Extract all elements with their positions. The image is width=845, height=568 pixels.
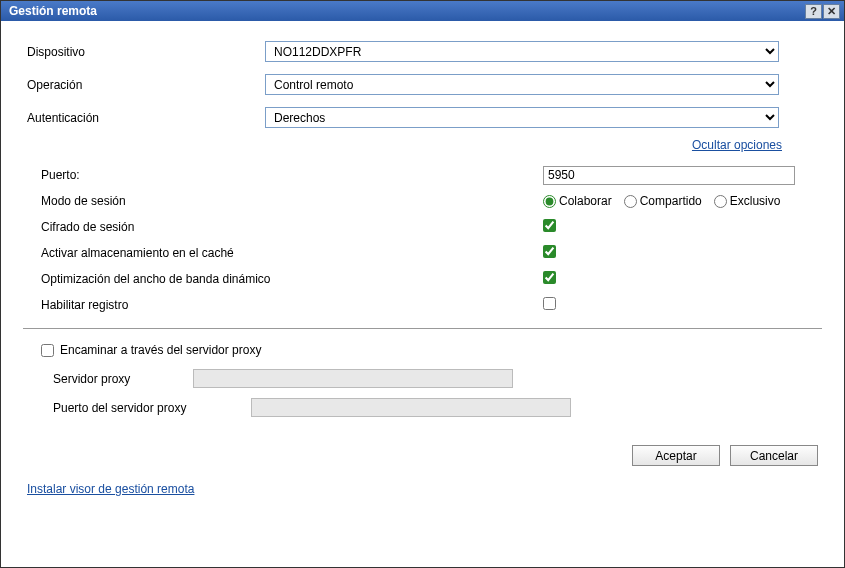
proxy-port-label: Puerto del servidor proxy: [53, 401, 251, 415]
radio-shared-label: Compartido: [640, 194, 702, 208]
proxy-server-label: Servidor proxy: [53, 372, 193, 386]
install-viewer-link[interactable]: Instalar visor de gestión remota: [27, 482, 194, 496]
session-encryption-checkbox[interactable]: [543, 219, 556, 232]
session-encryption-row: Cifrado de sesión: [23, 214, 822, 240]
port-label: Puerto:: [23, 168, 543, 182]
dialog-window: Gestión remota ? ✕ Dispositivo NO112DDXP…: [0, 0, 845, 568]
footer-buttons: Aceptar Cancelar: [23, 445, 822, 466]
separator: [23, 328, 822, 329]
accept-button[interactable]: Aceptar: [632, 445, 720, 466]
proxy-server-input: [193, 369, 513, 388]
auth-label: Autenticación: [23, 111, 265, 125]
session-mode-label: Modo de sesión: [23, 194, 543, 208]
proxy-route-row: Encaminar a través del servidor proxy: [23, 343, 822, 357]
enable-caching-row: Activar almacenamiento en el caché: [23, 240, 822, 266]
install-link-row: Instalar visor de gestión remota: [23, 482, 822, 496]
radio-collaborate-item[interactable]: Colaborar: [543, 194, 612, 208]
titlebar: Gestión remota ? ✕: [1, 1, 844, 21]
proxy-route-checkbox[interactable]: [41, 344, 54, 357]
dynamic-bw-label: Optimización del ancho de banda dinámico: [23, 272, 543, 286]
device-label: Dispositivo: [23, 45, 265, 59]
window-title: Gestión remota: [9, 4, 97, 18]
enable-logging-checkbox[interactable]: [543, 297, 556, 310]
radio-collaborate[interactable]: [543, 195, 556, 208]
proxy-port-input: [251, 398, 571, 417]
dialog-content: Dispositivo NO112DDXPFR Operación Contro…: [1, 21, 844, 567]
enable-logging-row: Habilitar registro: [23, 292, 822, 318]
auth-select[interactable]: Derechos: [265, 107, 779, 128]
radio-shared-item[interactable]: Compartido: [624, 194, 702, 208]
session-encryption-label: Cifrado de sesión: [23, 220, 543, 234]
device-row: Dispositivo NO112DDXPFR: [23, 41, 822, 62]
proxy-port-row: Puerto del servidor proxy: [23, 398, 822, 417]
radio-exclusive-item[interactable]: Exclusivo: [714, 194, 781, 208]
close-icon[interactable]: ✕: [823, 4, 840, 19]
operation-select[interactable]: Control remoto: [265, 74, 779, 95]
cancel-button[interactable]: Cancelar: [730, 445, 818, 466]
proxy-server-row: Servidor proxy: [23, 369, 822, 388]
operation-row: Operación Control remoto: [23, 74, 822, 95]
radio-exclusive-label: Exclusivo: [730, 194, 781, 208]
port-input[interactable]: [543, 166, 795, 185]
dynamic-bw-checkbox[interactable]: [543, 271, 556, 284]
auth-row: Autenticación Derechos: [23, 107, 822, 128]
device-select[interactable]: NO112DDXPFR: [265, 41, 779, 62]
hide-options-link[interactable]: Ocultar opciones: [692, 138, 782, 152]
proxy-route-label: Encaminar a través del servidor proxy: [60, 343, 261, 357]
session-mode-row: Modo de sesión Colaborar Compartido: [23, 188, 822, 214]
radio-exclusive[interactable]: [714, 195, 727, 208]
dynamic-bw-row: Optimización del ancho de banda dinámico: [23, 266, 822, 292]
help-icon[interactable]: ?: [805, 4, 822, 19]
operation-label: Operación: [23, 78, 265, 92]
enable-logging-label: Habilitar registro: [23, 298, 543, 312]
hide-options-row: Ocultar opciones: [23, 138, 822, 152]
titlebar-buttons: ? ✕: [804, 4, 840, 19]
radio-shared[interactable]: [624, 195, 637, 208]
radio-collaborate-label: Colaborar: [559, 194, 612, 208]
port-row: Puerto:: [23, 162, 822, 188]
enable-caching-checkbox[interactable]: [543, 245, 556, 258]
enable-caching-label: Activar almacenamiento en el caché: [23, 246, 543, 260]
session-mode-radiogroup: Colaborar Compartido Exclusivo: [543, 194, 822, 208]
options-panel: Puerto: Modo de sesión Colaborar: [23, 162, 822, 427]
